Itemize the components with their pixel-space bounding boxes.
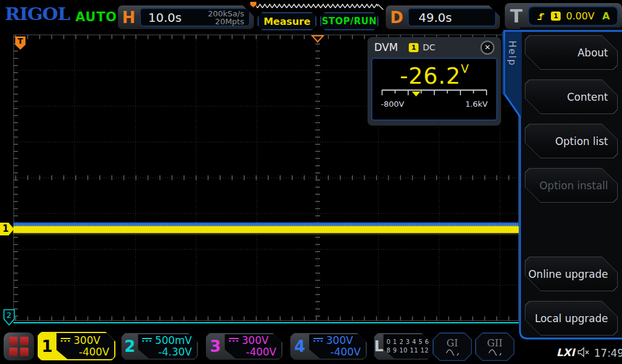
measure-button[interactable]: Measure — [258, 12, 316, 30]
oscilloscope-screen: RIGOL AUTO H 10.0s 200kSa/s 20Mpts Measu… — [0, 0, 622, 364]
delay-value: 49.0s — [409, 10, 452, 25]
channel-panel: 300V -400V — [309, 334, 366, 359]
sidebar-item-label: Option list — [525, 124, 617, 158]
sidebar-item-label: Online upgrade — [525, 257, 617, 291]
sidebar-item-label: Option install — [525, 169, 617, 202]
logic-analyzer-block[interactable]: L 0 1 2 3 4 5 6 7 8 9 10 11 12 13 14 15 — [374, 333, 431, 360]
waveform-memory-bar — [248, 2, 384, 11]
channel1-status-block[interactable]: 1 300V -400V — [38, 332, 115, 360]
channel-panel: 500mV -4.30V — [138, 334, 197, 359]
channel4-status-block[interactable]: 4 300V -400V — [290, 333, 367, 360]
sidebar-item-about[interactable]: About — [525, 35, 618, 70]
sidebar-item-content[interactable]: Content — [525, 79, 618, 114]
channel1-trace — [13, 226, 519, 233]
channel-offset: -4.30V — [142, 346, 192, 358]
trigger-level-value: 0.00V — [566, 10, 595, 22]
speaker-muted-icon[interactable] — [577, 347, 590, 357]
generator2-label: GII — [487, 339, 502, 348]
dvm-header: DVM 1 DC ✕ — [367, 37, 501, 58]
trigger-mode: A — [603, 10, 610, 22]
trigger-panel: 1 0.00V A — [528, 6, 618, 26]
delay-panel: 49.0s — [408, 8, 496, 27]
channel-number: 1 — [38, 332, 56, 360]
dc-coupling-icon — [313, 338, 323, 343]
trigger-block[interactable]: T 1 0.00V A — [505, 3, 622, 29]
channel-number: 4 — [290, 333, 309, 360]
dvm-popup: DVM 1 DC ✕ -26.2V -800V — [367, 37, 501, 126]
channel-scale: 300V — [242, 335, 268, 346]
dvm-value: -26.2 — [400, 63, 461, 89]
channel-offset: -400V — [229, 346, 276, 358]
channel-scale: 500mV — [155, 335, 192, 346]
channel-panel: 300V -400V — [225, 334, 281, 359]
sidebar-item-option-install[interactable]: Option install — [525, 168, 618, 203]
trigger-label: T — [505, 5, 528, 27]
generator2-button[interactable]: GII — [475, 332, 514, 361]
dc-coupling-icon — [142, 338, 152, 343]
stop-run-button[interactable]: STOP/RUN — [320, 12, 378, 30]
help-tab-label: Help — [507, 41, 518, 66]
channel-panel: 300V -400V — [56, 333, 114, 359]
sidebar-item-online-upgrade[interactable]: Online upgrade — [525, 257, 618, 291]
sine-wave-icon — [488, 348, 502, 356]
horizontal-timebase-block[interactable]: H 10.0s 200kSa/s 20Mpts — [118, 5, 254, 29]
lxi-logo: LXI — [556, 346, 575, 359]
dvm-mode-label: DC — [423, 42, 436, 52]
measure-button-label: Measure — [264, 16, 310, 27]
channel2-level-marker[interactable]: 2 — [3, 309, 15, 326]
sidebar-item-option-list[interactable]: Option list — [525, 124, 618, 158]
horizontal-label: H — [118, 8, 140, 27]
sine-wave-icon — [445, 348, 460, 356]
timebase-value: 10.0s — [141, 10, 182, 25]
dvm-unit: V — [461, 62, 469, 75]
menu-grid-icon[interactable] — [4, 332, 34, 360]
channel3-status-block[interactable]: 3 300V -400V — [206, 333, 282, 360]
waveform-memory-zigzag — [248, 2, 384, 11]
stop-run-button-label: STOP/RUN — [322, 16, 377, 27]
delay-block[interactable]: D 49.0s — [386, 5, 500, 29]
memory-depth: 20Mpts — [215, 17, 244, 26]
run-status-label: AUTO — [75, 10, 117, 24]
dvm-scale-max: 1.6kV — [465, 99, 488, 109]
acquisition-info: 200kSa/s 20Mpts — [208, 10, 249, 25]
channel-offset: -400V — [313, 346, 361, 358]
channel-scale: 300V — [326, 335, 353, 346]
sidebar-item-local-upgrade[interactable]: Local upgrade — [525, 301, 618, 335]
trigger-source-badge: 1 — [551, 12, 561, 21]
channel-offset: -400V — [61, 346, 109, 358]
generator1-label: GI — [446, 339, 458, 348]
generator1-button[interactable]: GI — [432, 332, 472, 361]
channel-number: 2 — [121, 333, 138, 360]
clock: 17:49 — [594, 347, 622, 359]
sidebar-item-label: About — [525, 36, 617, 69]
channel1-level-marker[interactable]: 1 — [0, 223, 14, 235]
dvm-reading: -26.2V — [372, 62, 496, 89]
trigger-position-icon — [312, 36, 323, 42]
dvm-scale-min: -800V — [381, 99, 404, 109]
horizontal-panel: 10.0s 200kSa/s 20Mpts — [140, 8, 250, 27]
channel-scale: 300V — [73, 335, 100, 346]
channel-number: 3 — [206, 333, 225, 360]
dvm-channel-badge: 1 — [409, 43, 419, 52]
sidebar-item-label: Content — [525, 80, 617, 113]
dvm-scale-labels: -800V 1.6kV — [381, 99, 488, 109]
dvm-scale-bar — [381, 89, 488, 99]
close-icon[interactable]: ✕ — [480, 41, 494, 55]
delay-label: D — [386, 8, 408, 27]
channel2-trace-clipped — [13, 322, 519, 323]
dc-coupling-icon — [61, 338, 70, 343]
dvm-pointer-icon — [412, 92, 420, 96]
dc-coupling-icon — [229, 338, 239, 343]
sidebar-menu: About Content Option list Option install… — [520, 27, 622, 340]
rigol-logo: RIGOL — [5, 4, 70, 24]
rising-edge-icon — [536, 12, 545, 21]
dvm-display: -26.2V -800V 1.6kV — [371, 58, 497, 121]
dvm-title: DVM — [374, 41, 398, 53]
sidebar-item-label: Local upgrade — [525, 302, 617, 335]
channel2-status-block[interactable]: 2 500mV -4.30V — [121, 333, 198, 360]
logic-label: L — [374, 333, 383, 360]
svg-text:2: 2 — [7, 311, 12, 320]
